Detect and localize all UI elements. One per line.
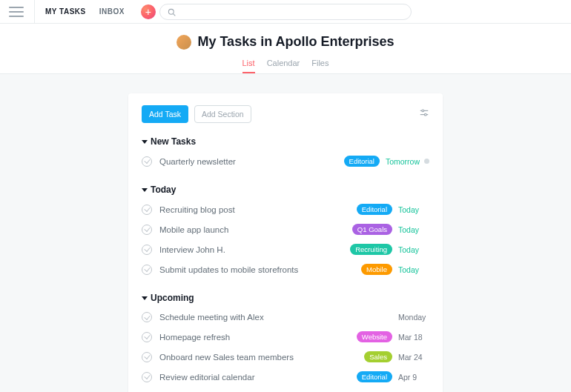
task-tag[interactable]: Editorial	[357, 204, 392, 215]
task-tag[interactable]: Website	[357, 331, 392, 342]
tab-calendar[interactable]: Calendar	[267, 59, 300, 73]
svg-point-0	[168, 9, 174, 14]
new-task-plus-button[interactable]: +	[141, 4, 156, 19]
complete-check-icon[interactable]	[142, 312, 152, 322]
view-tabs: List Calendar Files	[0, 59, 571, 73]
avatar	[176, 35, 191, 50]
complete-check-icon[interactable]	[142, 352, 152, 362]
caret-down-icon	[142, 140, 148, 144]
caret-down-icon	[142, 188, 148, 192]
task-date: Today	[398, 225, 429, 234]
task-tag[interactable]: Recruiting	[350, 244, 392, 255]
task-title: Onboard new Sales team members	[159, 353, 294, 362]
task-row[interactable]: Recruiting blog postEditorialToday	[142, 199, 429, 219]
caret-down-icon	[142, 296, 148, 300]
task-date: Today	[398, 205, 429, 214]
status-dot-icon	[424, 159, 429, 164]
complete-check-icon[interactable]	[142, 332, 152, 342]
tab-files[interactable]: Files	[311, 59, 329, 73]
task-date: Mar 24	[398, 353, 429, 362]
task-date: Tomorrow	[386, 157, 420, 166]
task-row[interactable]: Review editorial calendarEditorialApr 9	[142, 367, 429, 387]
task-tag[interactable]: Q1 Goals	[352, 224, 392, 235]
complete-check-icon[interactable]	[142, 245, 152, 255]
svg-point-3	[422, 110, 424, 112]
add-task-button[interactable]: Add Task	[142, 105, 188, 123]
task-date: Today	[398, 265, 429, 274]
search-icon	[168, 8, 176, 16]
section-new-tasks: New TasksQuarterly newsletterEditorialTo…	[142, 136, 429, 171]
task-date: Mar 18	[398, 333, 429, 342]
task-title: Homepage refresh	[159, 333, 230, 342]
search-container	[159, 4, 412, 20]
complete-check-icon[interactable]	[142, 156, 152, 167]
task-tag[interactable]: Mobile	[361, 264, 392, 275]
task-row[interactable]: Quarterly newsletterEditorialTomorrow	[142, 151, 429, 171]
svg-line-1	[174, 13, 176, 16]
section-today: TodayRecruiting blog postEditorialTodayM…	[142, 185, 429, 279]
search-input[interactable]	[159, 4, 412, 20]
hamburger-icon[interactable]	[9, 7, 24, 17]
task-row[interactable]: Interview John H.RecruitingToday	[142, 239, 429, 259]
task-row[interactable]: Schedule meeting with AlexMonday	[142, 308, 429, 327]
complete-check-icon[interactable]	[142, 225, 152, 235]
svg-point-5	[424, 113, 426, 116]
page-title: My Tasks in Apollo Enterprises	[197, 34, 394, 50]
section-header[interactable]: Upcoming	[142, 293, 429, 303]
section-title: Today	[151, 185, 176, 195]
task-tag[interactable]: Editorial	[357, 371, 392, 382]
task-title: Quarterly newsletter	[159, 157, 236, 166]
task-tag[interactable]: Sales	[364, 351, 392, 362]
complete-check-icon[interactable]	[142, 372, 152, 382]
task-title: Submit updates to mobile storefronts	[159, 265, 298, 274]
nav-my-tasks[interactable]: MY TASKS	[45, 7, 86, 16]
panel-actions: Add Task Add Section	[142, 105, 429, 123]
task-row[interactable]: Mobile app launchQ1 GoalsToday	[142, 219, 429, 239]
page-header: My Tasks in Apollo Enterprises List Cale…	[0, 24, 571, 74]
complete-check-icon[interactable]	[142, 205, 152, 215]
section-title: Upcoming	[151, 293, 194, 303]
nav-inbox[interactable]: INBOX	[99, 7, 125, 16]
section-header[interactable]: New Tasks	[142, 136, 429, 147]
task-date: Apr 9	[398, 373, 429, 382]
section-upcoming: UpcomingSchedule meeting with AlexMonday…	[142, 293, 429, 387]
task-title: Mobile app launch	[159, 225, 228, 234]
task-tag[interactable]: Editorial	[344, 156, 380, 167]
task-date: Today	[398, 245, 429, 254]
task-title: Schedule meeting with Alex	[159, 313, 264, 322]
task-row[interactable]: Onboard new Sales team membersSalesMar 2…	[142, 347, 429, 367]
task-date: Monday	[398, 313, 429, 322]
task-title: Interview John H.	[159, 245, 225, 254]
task-title: Recruiting blog post	[159, 205, 235, 214]
section-header[interactable]: Today	[142, 185, 429, 195]
add-section-button[interactable]: Add Section	[194, 105, 251, 123]
task-title: Review editorial calendar	[159, 373, 254, 382]
section-title: New Tasks	[151, 136, 196, 147]
tab-list[interactable]: List	[242, 59, 255, 73]
divider	[34, 0, 35, 24]
task-row[interactable]: Submit updates to mobile storefrontsMobi…	[142, 259, 429, 279]
filter-icon[interactable]	[419, 107, 429, 121]
task-row[interactable]: Homepage refreshWebsiteMar 18	[142, 327, 429, 347]
topbar: MY TASKS INBOX +	[0, 0, 571, 24]
complete-check-icon[interactable]	[142, 265, 152, 275]
task-panel: Add Task Add Section New TasksQuarterly …	[128, 93, 443, 392]
